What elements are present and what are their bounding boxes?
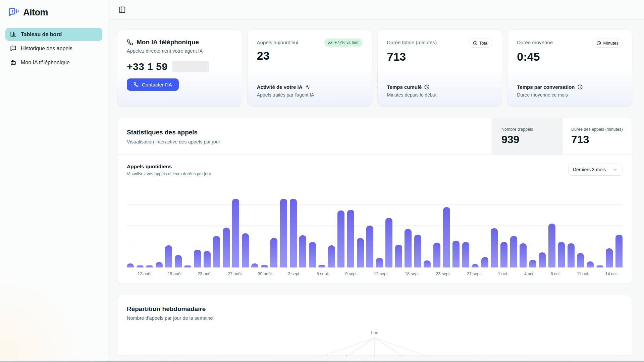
minutes-badge: Minutes: [593, 39, 623, 48]
x-tick-label: 23 août: [198, 272, 212, 276]
bar[interactable]: [596, 265, 603, 267]
activity-icon: [305, 84, 310, 89]
stat-footer-title: Temps par conversation: [517, 84, 575, 90]
phone-icon: [133, 82, 139, 87]
x-tick-label: 12 août: [138, 272, 152, 276]
agent-phone-number: +33 1 59: [127, 61, 168, 72]
bar[interactable]: [472, 264, 479, 267]
bar[interactable]: [577, 253, 584, 267]
bar[interactable]: [510, 236, 517, 267]
stat-footer-subtitle: Minutes depuis le début: [387, 92, 493, 98]
metric-label: Nombre d'appels: [501, 127, 553, 132]
weekly-title: Répartition hebdomadaire: [127, 305, 623, 313]
bar[interactable]: [452, 241, 460, 267]
bar[interactable]: [366, 226, 373, 267]
bar[interactable]: [299, 235, 306, 267]
bar[interactable]: [347, 210, 354, 267]
sidebar-item-label: Tableau de bord: [21, 32, 62, 38]
bar[interactable]: [232, 199, 239, 267]
bar[interactable]: [405, 229, 412, 267]
bar-series: [127, 184, 623, 267]
radar-grid-lines: [287, 337, 462, 357]
bar[interactable]: [414, 235, 421, 267]
bar[interactable]: [175, 255, 182, 267]
bar[interactable]: [251, 263, 258, 267]
bar[interactable]: [223, 228, 230, 267]
bar[interactable]: [529, 260, 536, 267]
bar[interactable]: [587, 261, 594, 267]
bar[interactable]: [539, 252, 546, 267]
sidebar-nav: Tableau de bord Historique des appels Mo…: [5, 28, 102, 69]
stat-footer-title: Activité de votre IA: [257, 84, 303, 90]
bar[interactable]: [156, 262, 163, 267]
metric-tab-nombre-appels[interactable]: Nombre d'appels 939: [492, 118, 562, 155]
metric-value: 939: [501, 133, 553, 146]
contact-ai-button[interactable]: Contacter l'IA: [127, 78, 179, 91]
sidebar-item-historique-des-appels[interactable]: Historique des appels: [5, 42, 102, 55]
bar[interactable]: [337, 210, 344, 267]
sidebar-toggle-icon[interactable]: [117, 4, 127, 15]
bar[interactable]: [204, 251, 211, 267]
bar[interactable]: [395, 245, 402, 267]
metric-tab-duree-appels[interactable]: Durée des appels (minutes) 713: [562, 118, 632, 155]
bar[interactable]: [242, 233, 249, 267]
sidebar-item-mon-ia-telephonique[interactable]: Mon IA téléphonique: [5, 56, 102, 69]
bar[interactable]: [290, 199, 297, 267]
daily-calls-chart-block: Appels quotidiens Visualisez vos appels …: [117, 155, 632, 284]
date-range-select[interactable]: Derniers 3 mois: [568, 164, 623, 176]
sidebar-item-label: Mon IA téléphonique: [21, 60, 70, 66]
x-tick-label: 18 sept.: [405, 272, 420, 276]
contact-ai-button-label: Contacter l'IA: [142, 82, 172, 87]
bar[interactable]: [491, 228, 498, 267]
radar-chart: Lun: [127, 330, 623, 357]
bar[interactable]: [385, 218, 392, 267]
sidebar-item-tableau-de-bord[interactable]: Tableau de bord: [5, 28, 102, 41]
bar[interactable]: [318, 265, 325, 267]
x-tick-label: 1 oct.: [498, 272, 508, 276]
trend-badge: +77% vs hier: [324, 39, 363, 47]
bar[interactable]: [433, 243, 440, 267]
bar[interactable]: [280, 199, 287, 267]
bar[interactable]: [558, 242, 565, 267]
metric-value: 713: [571, 133, 623, 146]
clock-icon: [578, 84, 583, 89]
bar[interactable]: [548, 224, 555, 267]
bar[interactable]: [481, 257, 488, 267]
bar[interactable]: [520, 243, 527, 267]
bar[interactable]: [146, 265, 153, 267]
bar[interactable]: [309, 242, 316, 267]
bar[interactable]: [213, 236, 220, 267]
bar[interactable]: [127, 263, 134, 267]
trending-up-icon: [328, 41, 332, 45]
stat-label: Durée moyenne: [517, 39, 553, 45]
stat-footer-subtitle: Durée moyenne ce mois: [517, 92, 623, 98]
stat-value: 0:45: [517, 50, 623, 63]
stat-card-duree-moyenne: Durée moyenne Minutes 0:45 Temps par con…: [507, 29, 632, 107]
bar[interactable]: [443, 207, 450, 267]
bar[interactable]: [568, 243, 575, 267]
stat-footer-title: Temps cumulé: [387, 84, 422, 90]
x-tick-label: 2 sept.: [288, 272, 301, 276]
bar[interactable]: [424, 260, 431, 267]
bar[interactable]: [270, 238, 277, 267]
trend-badge-label: +77% vs hier: [334, 40, 359, 45]
bar[interactable]: [357, 238, 364, 267]
sidebar-item-label: Historique des appels: [21, 46, 72, 52]
bar[interactable]: [462, 242, 469, 267]
bar[interactable]: [137, 265, 144, 267]
statistics-header: Statistiques des appels Visualisation in…: [117, 118, 632, 155]
stat-label: Appels aujourd'hui: [257, 39, 298, 45]
bar[interactable]: [184, 265, 191, 267]
x-tick-label: 27 août: [228, 272, 242, 276]
sidebar-glow-decoration: [0, 282, 87, 362]
bar[interactable]: [606, 248, 613, 267]
sidebar: Aitom Tableau de bord Historique des app…: [0, 0, 108, 362]
bar[interactable]: [500, 242, 507, 267]
bar[interactable]: [165, 245, 172, 267]
bar[interactable]: [194, 250, 201, 267]
bar[interactable]: [328, 245, 335, 267]
bar[interactable]: [376, 258, 383, 267]
bar[interactable]: [615, 235, 623, 267]
message-square-icon: [10, 45, 16, 52]
bar[interactable]: [261, 265, 268, 267]
